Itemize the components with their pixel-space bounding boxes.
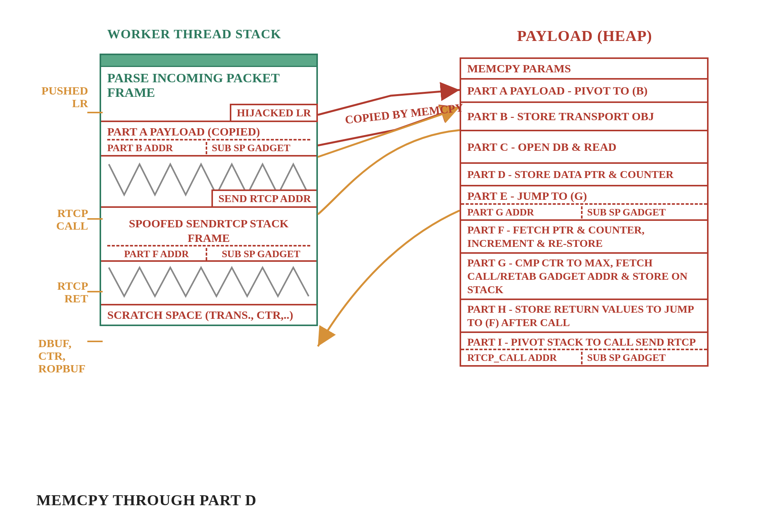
part-g-addr: PART G ADDR	[467, 206, 581, 219]
worker-thread-stack: PARSE INCOMING PACKET FRAME HIJACKED LR …	[100, 54, 318, 326]
tick-rtcp-ret	[87, 291, 103, 292]
part-b-addr: PART B ADDR	[107, 142, 206, 155]
stack-title: WORKER THREAD STACK	[107, 27, 281, 41]
label-rtcp-call: RTCP CALL	[46, 207, 88, 232]
stack-header-bar	[101, 55, 316, 67]
rtcp-call-addr: RTCP_CALL ADDR	[467, 352, 581, 364]
sub-sp-gadget-3: SUB SP GADGET	[581, 206, 701, 219]
part-i-row: PART I - PIVOT STACK TO CALL SEND RTCP R…	[461, 333, 707, 365]
part-i-label: PART I - PIVOT STACK TO CALL SEND RTCP	[467, 336, 696, 348]
part-g-row: PART G - CMP CTR TO MAX, FETCH CALL/RETA…	[461, 254, 707, 300]
part-c-row: PART C - OPEN DB & READ	[461, 131, 707, 164]
zigzag-gap-2	[101, 262, 316, 305]
diagram-caption: MEMCPY THROUGH PART D	[36, 491, 257, 509]
part-e-row: PART E - JUMP TO (G) PART G ADDR SUB SP …	[461, 186, 707, 221]
payload-heap: MEMCPY PARAMS PART A PAYLOAD - PIVOT TO …	[460, 57, 709, 367]
hijacked-lr-box: HIJACKED LR	[230, 104, 318, 122]
part-a-copied-row: PART A PAYLOAD (COPIED) PART B ADDR SUB …	[101, 122, 316, 157]
part-d-row: PART D - STORE DATA PTR & COUNTER	[461, 164, 707, 186]
label-rtcp-ret: RTCP RET	[46, 279, 88, 305]
send-rtcp-addr-box: SEND RTCP ADDR	[211, 189, 316, 208]
label-pushed-lr: PUSHED LR	[34, 84, 88, 109]
heap-title: PAYLOAD (HEAP)	[517, 27, 652, 45]
tick-dbuf	[87, 341, 103, 342]
spoofed-frame-row: SPOOFED SENDRTCP STACK FRAME PART F ADDR…	[101, 208, 316, 262]
tick-rtcp-call	[87, 218, 103, 220]
label-dbuf: DBUF, CTR, ROPBUF	[38, 337, 88, 375]
memcpy-params-row: MEMCPY PARAMS	[461, 59, 707, 80]
parse-frame-row: PARSE INCOMING PACKET FRAME HIJACKED LR	[101, 67, 316, 122]
zigzag-gap-1: SEND RTCP ADDR	[101, 157, 316, 208]
part-f-row: PART F - FETCH PTR & COUNTER, INCREMENT …	[461, 221, 707, 254]
sub-sp-gadget-1: SUB SP GADGET	[206, 142, 310, 155]
part-e-label: PART E - JUMP TO (G)	[467, 189, 587, 202]
part-b-row: PART B - STORE TRANSPORT OBJ	[461, 103, 707, 131]
tick-pushed-lr	[87, 112, 103, 113]
copied-by-memcpy-label: COPIED BY MEMCPY	[344, 101, 464, 126]
sub-sp-gadget-2: SUB SP GADGET	[206, 248, 310, 261]
spoofed-label: SPOOFED SENDRTCP STACK FRAME	[129, 217, 289, 244]
part-f-addr: PART F ADDR	[107, 248, 206, 261]
sub-sp-gadget-4: SUB SP GADGET	[581, 352, 701, 364]
part-h-row: PART H - STORE RETURN VALUES TO JUMP TO …	[461, 300, 707, 333]
scratch-row: SCRATCH SPACE (TRANS., CTR,..)	[101, 305, 316, 325]
part-a-label: PART A PAYLOAD (COPIED)	[107, 125, 260, 138]
parse-frame-label: PARSE INCOMING PACKET FRAME	[107, 71, 280, 100]
part-a-row: PART A PAYLOAD - PIVOT TO (B)	[461, 80, 707, 103]
